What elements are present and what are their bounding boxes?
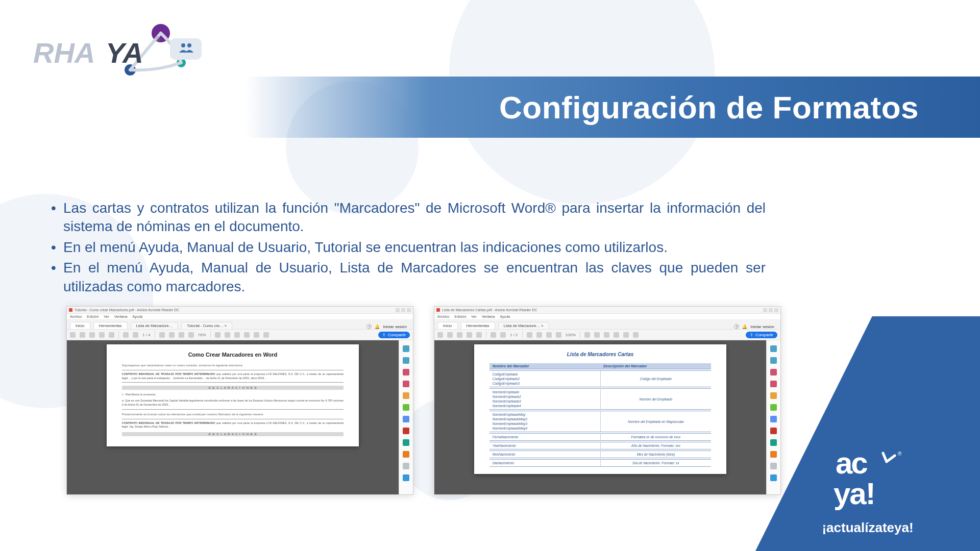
share-button[interactable]: ⇪Compartir [746, 332, 777, 338]
tool-icon[interactable] [770, 463, 777, 469]
signin-link[interactable]: Iniciar sesión [750, 324, 774, 329]
tool-icon[interactable] [403, 392, 409, 399]
tab-doc[interactable]: Lista de Marcadore… [131, 322, 179, 329]
home-icon[interactable] [70, 332, 76, 338]
marker-name: CodigoEmpleado2 [493, 377, 597, 381]
tool-icon[interactable] [403, 474, 409, 481]
select-icon[interactable] [527, 332, 532, 338]
zoom-out-icon[interactable] [179, 332, 184, 338]
tool-icon[interactable] [770, 404, 777, 411]
zoom-level: 78% [198, 333, 206, 337]
signin-link[interactable]: Iniciar sesión [383, 324, 407, 329]
menubar: Archivo Edición Ver Ventana Ayuda [434, 314, 780, 320]
tool-icon[interactable] [403, 381, 409, 387]
hand-icon[interactable] [536, 332, 542, 338]
fit-width-icon[interactable] [225, 332, 230, 338]
search-icon[interactable] [109, 332, 114, 338]
declaraciones-header-2: D E C L A R A C I O N E S [122, 432, 344, 436]
tool-icon[interactable] [770, 345, 777, 352]
tool-icon[interactable] [770, 439, 777, 446]
sign-icon[interactable] [623, 332, 629, 338]
fit-icon[interactable] [215, 332, 220, 338]
comment-icon[interactable] [234, 332, 240, 338]
tool-icon[interactable] [403, 416, 409, 422]
home-icon[interactable] [437, 332, 443, 338]
page-up-icon[interactable] [123, 332, 129, 338]
fit-width-icon[interactable] [594, 332, 600, 338]
tool-icon[interactable] [770, 381, 777, 387]
tool-icon[interactable] [403, 463, 409, 469]
col-header: Nombre del Marcador [489, 363, 600, 369]
erase-icon[interactable] [633, 332, 639, 338]
page-down-icon[interactable] [500, 332, 506, 338]
search-icon[interactable] [476, 332, 482, 338]
right-tool-rail [766, 340, 780, 494]
tab-home[interactable]: Inicio [70, 322, 90, 329]
marker-desc: Día de Nacimiento. Formato: xx [600, 460, 712, 466]
signin-area: ? 🔔 Iniciar sesión [366, 324, 410, 329]
help-icon[interactable]: ? [366, 324, 372, 329]
highlight-icon[interactable] [244, 332, 250, 338]
tool-icon[interactable] [770, 416, 777, 422]
tab-home[interactable]: Inicio [437, 322, 458, 329]
menubar: Archivo Edición Ver Ventana Ayuda [67, 314, 413, 320]
zoom-in-icon[interactable] [188, 332, 194, 338]
erase-icon[interactable] [263, 332, 269, 338]
menu-item[interactable]: Ayuda [500, 315, 510, 318]
tool-icon[interactable] [403, 357, 409, 364]
tab-tools[interactable]: Herramientas [461, 322, 495, 329]
tool-icon[interactable] [770, 369, 777, 375]
bell-icon[interactable]: 🔔 [375, 324, 380, 329]
star-icon[interactable] [80, 332, 85, 338]
tab-doc-active[interactable]: Tutorial - Como cre… × [181, 322, 232, 329]
select-icon[interactable] [159, 332, 165, 338]
tool-icon[interactable] [770, 392, 777, 399]
tool-icon[interactable] [403, 439, 409, 446]
tool-icon[interactable] [770, 474, 777, 481]
zoom-out-icon[interactable] [546, 332, 552, 338]
menu-item[interactable]: Edición [454, 315, 466, 318]
help-icon[interactable]: ? [734, 324, 739, 329]
sign-icon[interactable] [254, 332, 259, 338]
acrobat-icon [436, 308, 440, 312]
hand-icon[interactable] [169, 332, 175, 338]
zoom-in-icon[interactable] [556, 332, 561, 338]
declaraciones-header: D E C L A R A C I O N E S [122, 386, 344, 390]
mail-icon[interactable] [467, 332, 472, 338]
svg-text:ac: ac [836, 446, 867, 480]
tab-doc-active[interactable]: Lista de Marcadore… × [498, 322, 549, 329]
title-band: Configuración de Formatos [245, 77, 980, 138]
menu-item[interactable]: Archivo [70, 315, 82, 318]
share-button[interactable]: ⇪Compartir [378, 332, 410, 338]
highlight-icon[interactable] [614, 332, 619, 338]
fit-icon[interactable] [584, 332, 590, 338]
tool-icon[interactable] [770, 451, 777, 458]
comment-icon[interactable] [604, 332, 609, 338]
tool-icon[interactable] [770, 357, 777, 364]
tool-icon[interactable] [403, 369, 409, 375]
bell-icon[interactable]: 🔔 [742, 324, 747, 329]
page-up-icon[interactable] [491, 332, 496, 338]
menu-item[interactable]: Ver [104, 315, 109, 318]
print-icon[interactable] [457, 332, 462, 338]
tab-tools[interactable]: Herramientas [93, 322, 128, 329]
mail-icon[interactable] [99, 332, 105, 338]
tool-icon[interactable] [770, 428, 777, 434]
menu-item[interactable]: Ventana [482, 315, 495, 318]
tool-icon[interactable] [403, 345, 409, 352]
tool-icon[interactable] [403, 451, 409, 458]
table-group: NombreEmpleadoMay NombreEmpleadoMay2 Nom… [489, 411, 712, 432]
star-icon[interactable] [447, 332, 453, 338]
tool-icon[interactable] [403, 404, 409, 411]
menu-item[interactable]: Archivo [437, 315, 449, 318]
page-down-icon[interactable] [133, 332, 138, 338]
window-title: Tutorial - Como crear Marcadores.pdf - A… [75, 308, 179, 312]
print-icon[interactable] [89, 332, 95, 338]
menu-item[interactable]: Edición [87, 315, 99, 318]
bullet-item: Las cartas y contratos utilizan la funci… [51, 199, 766, 236]
menu-item[interactable]: Ayuda [133, 315, 143, 318]
tool-icon[interactable] [403, 428, 409, 434]
menu-item[interactable]: Ventana [114, 315, 128, 318]
menu-item[interactable]: Ver [471, 315, 477, 318]
svg-text:YA: YA [106, 37, 143, 69]
